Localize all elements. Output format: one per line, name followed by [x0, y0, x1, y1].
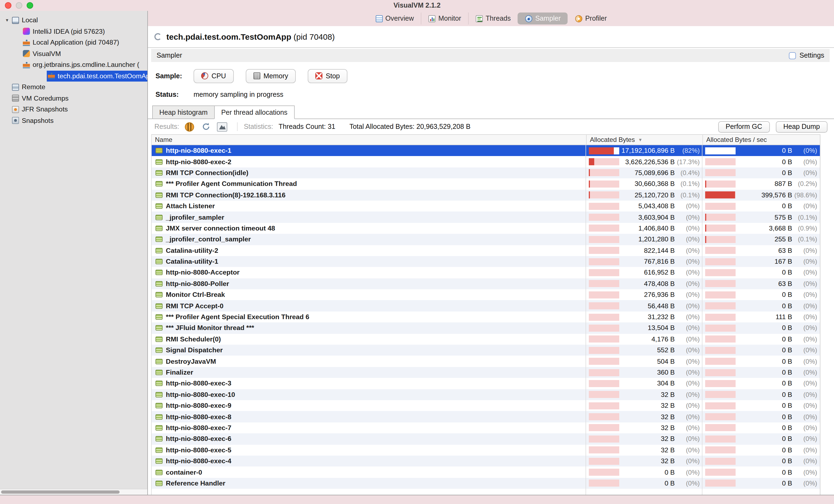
allocated-bytes-bar [589, 347, 619, 354]
sidebar-item[interactable]: VisualVM [0, 48, 147, 59]
table-row[interactable]: JMX server connection timeout 48 1,406,8… [152, 223, 820, 234]
allocated-bytes-sec-cell: 0 B (0%) [702, 402, 820, 410]
table-row[interactable]: *** Profiler Agent Communication Thread … [152, 178, 820, 190]
results-subtab[interactable]: Heap histogram [152, 106, 215, 118]
refresh-results-button[interactable] [200, 121, 212, 133]
allocated-bytes-sec-value: 399,576 B [762, 191, 792, 199]
table-row[interactable]: Attach Listener 5,043,408 B (0%) [152, 201, 820, 212]
sidebar-item[interactable]: Local Application (pid 70487) [0, 37, 147, 48]
table-row[interactable]: http-nio-8080-exec-9 32 B (0%) [152, 400, 820, 411]
tree-item-body[interactable]: JFR Snapshots [11, 104, 70, 115]
table-row[interactable]: RMI TCP Connection(idle) 75,089,696 B (0… [152, 168, 820, 179]
memory-sample-button[interactable]: Memory [245, 69, 296, 83]
table-row[interactable]: *** Profiler Agent Special Execution Thr… [152, 311, 820, 323]
table-row[interactable]: _jprofiler_sampler 3,603,904 B (0%) [152, 212, 820, 223]
table-row[interactable]: http-nio-8080-exec-4 32 B (0%) [152, 456, 820, 467]
column-header-allocated-bytes-sec[interactable]: Allocated Bytes / sec [702, 135, 820, 145]
allocated-bytes-sec-bar [705, 458, 736, 465]
table-row[interactable]: RMI TCP Connection(8)-192.168.3.116 25,1… [152, 190, 820, 201]
table-row[interactable]: *** JFluid Monitor thread *** 13,504 B (… [152, 323, 820, 334]
results-subtab[interactable]: Per thread allocations [214, 106, 295, 119]
thread-icon [155, 203, 162, 209]
table-row[interactable]: _jprofiler_control_sampler 1,201,280 B (… [152, 234, 820, 245]
table-row[interactable]: Reference Handler 0 B (0%) [152, 478, 820, 489]
allocated-bytes-sec-bar [705, 436, 736, 442]
snapshot-icon [12, 117, 19, 124]
table-row[interactable]: http-nio-8080-exec-8 32 B (0%) [152, 411, 820, 422]
sidebar-item[interactable]: Snapshots [0, 115, 147, 126]
tree-item-body[interactable]: Remote [11, 82, 48, 93]
monitor-icon [429, 15, 436, 22]
column-header-allocated-bytes[interactable]: Allocated Bytes ▼ [586, 135, 702, 145]
sidebar-item[interactable]: Remote [0, 82, 147, 93]
view-tab[interactable]: Profiler [568, 13, 614, 24]
tree-item-body[interactable]: org.jetbrains.jps.cmdline.Launcher ( [22, 60, 142, 70]
table-row[interactable]: http-nio-8080-exec-10 32 B (0%) [152, 389, 820, 400]
allocated-bytes-sec-value: 0 B [782, 335, 792, 343]
allocated-bytes-sec-cell: 63 B (0%) [702, 246, 820, 254]
minimize-button[interactable] [16, 2, 22, 9]
perform-gc-button[interactable]: Perform GC [718, 121, 770, 132]
status-row: Status: memory sampling in progress [155, 87, 834, 102]
table-row[interactable]: Catalina-utility-2 822,144 B (0%) [152, 245, 820, 256]
snapshot-results-button[interactable] [216, 121, 228, 133]
tree-item-label: JFR Snapshots [22, 106, 68, 113]
tree-item-body[interactable]: VisualVM [22, 48, 64, 59]
pause-results-button[interactable] [183, 121, 195, 133]
table-row[interactable]: Signal Dispatcher 552 B (0%) [152, 345, 820, 356]
view-tab[interactable]: Threads [468, 13, 518, 24]
sidebar-item[interactable]: IntelliJ IDEA (pid 57623) [0, 26, 147, 37]
sidebar-horizontal-scrollbar[interactable] [0, 489, 147, 495]
tree-expander-icon[interactable]: ▾ [3, 18, 11, 23]
view-tab[interactable]: Overview [368, 13, 421, 24]
tree-item-body[interactable]: IntelliJ IDEA (pid 57623) [22, 26, 108, 37]
allocated-bytes-sec-bar [705, 380, 736, 387]
table-row[interactable]: http-nio-8080-exec-1 17,192,106,896 B (8… [152, 145, 820, 156]
titlebar[interactable]: VisualVM 2.1.2 [0, 0, 834, 11]
tree-item-body[interactable]: Local [11, 15, 41, 26]
table-row[interactable]: http-nio-8080-exec-3 304 B (0%) [152, 378, 820, 389]
sidebar-item[interactable]: JFR Snapshots [0, 104, 147, 115]
thread-name: http-nio-8080-Acceptor [166, 269, 240, 277]
table-body: http-nio-8080-exec-1 17,192,106,896 B (8… [152, 145, 820, 495]
table-row[interactable]: Monitor Ctrl-Break 276,936 B (0%) [152, 289, 820, 300]
view-tab[interactable]: Sampler [518, 13, 568, 24]
table-row[interactable]: http-nio-8080-exec-2 3,626,226,536 B (17… [152, 156, 820, 168]
heap-dump-button[interactable]: Heap Dump [776, 121, 828, 132]
table-row[interactable]: Finalizer 360 B (0%) [152, 367, 820, 378]
settings-checkbox[interactable] [789, 52, 796, 59]
table-row[interactable]: container-0 0 B (0%) [152, 467, 820, 478]
allocated-bytes-sec-cell: 0 B (0%) [702, 480, 820, 487]
table-row[interactable]: Catalina-utility-1 767,816 B (0%) [152, 256, 820, 267]
stop-button[interactable]: Stop [308, 69, 347, 83]
tree-item-body[interactable]: VM Coredumps [11, 93, 71, 104]
table-row[interactable]: http-nio-8080-Acceptor 616,952 B (0%) [152, 267, 820, 278]
allocated-bytes-sec-percent: (0%) [792, 357, 817, 365]
view-tab[interactable]: Monitor [421, 13, 468, 24]
sidebar-item[interactable]: VM Coredumps [0, 93, 147, 104]
table-row[interactable]: http-nio-8080-Poller 478,408 B (0%) [152, 278, 820, 289]
sidebar-item[interactable]: ▾ Local [0, 15, 147, 26]
allocated-bytes-bar [589, 302, 619, 309]
table-row[interactable]: DestroyJavaVM 504 B (0%) [152, 356, 820, 367]
allocated-bytes-sec-cell: 887 B (0.2%) [702, 180, 820, 188]
table-row[interactable]: http-nio-8080-exec-6 32 B (0%) [152, 433, 820, 444]
column-header-name[interactable]: Name [152, 135, 586, 145]
allocated-bytes-sec-bar [705, 258, 736, 265]
table-row[interactable]: http-nio-8080-exec-5 32 B (0%) [152, 444, 820, 456]
tree-item-body[interactable]: Snapshots [11, 115, 56, 126]
close-button[interactable] [5, 2, 12, 9]
table-row[interactable]: RMI TCP Accept-0 56,448 B (0%) [152, 300, 820, 311]
sidebar-item[interactable]: tech.pdai.test.oom.TestOomApp (pi [0, 70, 147, 82]
cpu-sample-button[interactable]: CPU [194, 69, 234, 83]
table-row[interactable]: http-nio-8080-exec-7 32 B (0%) [152, 422, 820, 434]
sidebar-item[interactable]: org.jetbrains.jps.cmdline.Launcher ( [0, 59, 147, 70]
tree-item-body[interactable]: tech.pdai.test.oom.TestOomApp (pi [47, 71, 148, 82]
table-row[interactable]: RMI Scheduler(0) 4,176 B (0%) [152, 333, 820, 345]
allocated-bytes-sec-percent: (0%) [792, 147, 817, 154]
settings-group[interactable]: Settings [789, 52, 824, 59]
zoom-button[interactable] [27, 2, 33, 9]
thread-name-cell: RMI TCP Accept-0 [152, 302, 586, 310]
scrollbar-thumb[interactable] [1, 490, 119, 494]
tree-item-body[interactable]: Local Application (pid 70487) [22, 37, 122, 48]
